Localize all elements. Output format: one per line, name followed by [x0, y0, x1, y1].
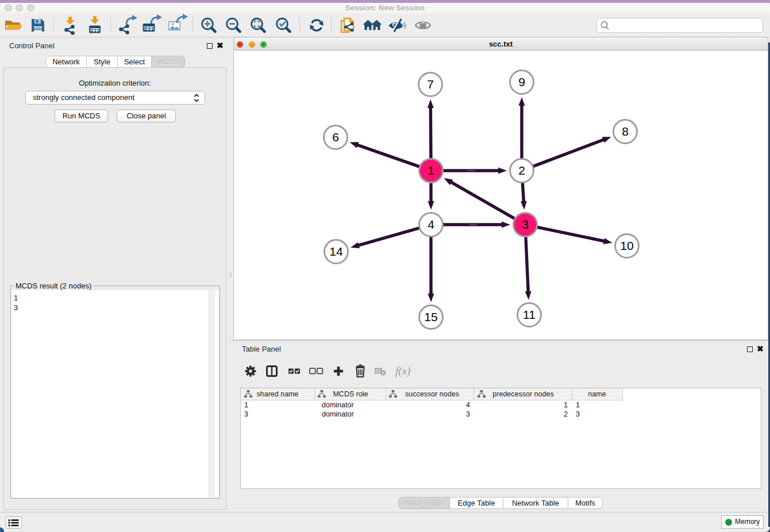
svg-text:11: 11	[523, 308, 536, 321]
svg-text:9: 9	[518, 75, 525, 88]
svg-text:4: 4	[428, 218, 434, 231]
svg-text:15: 15	[424, 310, 437, 323]
svg-text:1: 1	[428, 164, 434, 177]
svg-text:2: 2	[518, 164, 525, 177]
svg-text:3: 3	[522, 218, 529, 231]
svg-text:8: 8	[622, 125, 629, 138]
svg-text:14: 14	[329, 245, 343, 258]
svg-text:7: 7	[427, 78, 434, 91]
svg-text:6: 6	[332, 130, 339, 144]
svg-text:10: 10	[620, 239, 633, 252]
